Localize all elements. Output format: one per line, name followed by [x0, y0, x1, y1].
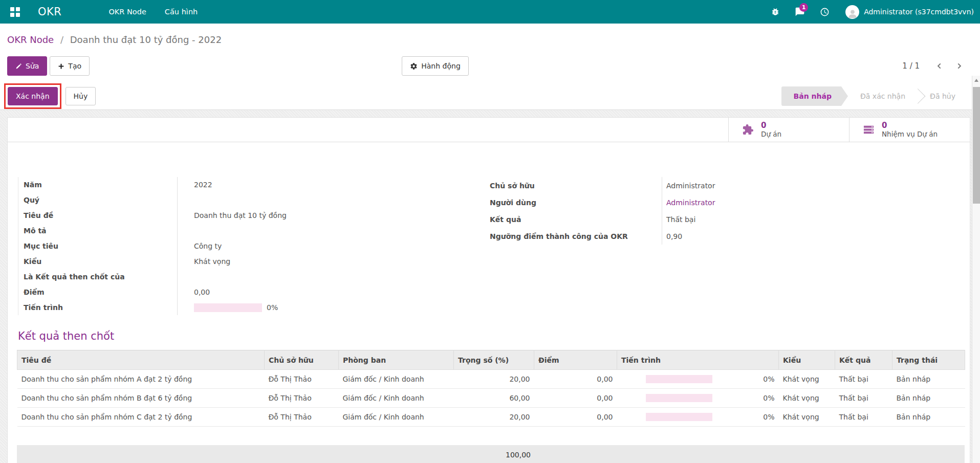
- col-tieu-de[interactable]: Tiêu đề: [17, 350, 265, 370]
- col-chu-so-huu[interactable]: Chủ sở hữu: [265, 350, 339, 370]
- top-navbar: OKR OKR Node Cấu hình 1 Administrator (s…: [0, 0, 980, 24]
- progress-text: 0%: [763, 394, 774, 402]
- key-results-table: Tiêu đề Chủ sở hữu Phòng ban Trọng số (%…: [17, 350, 965, 427]
- field-row-kieu: Kiểu Khát vọng: [24, 254, 468, 269]
- progress-text: 0%: [267, 303, 278, 312]
- scrollbar-up-arrow-icon[interactable]: [972, 76, 980, 85]
- tasks-icon: [863, 124, 875, 136]
- pager-counter[interactable]: 1 / 1: [902, 61, 920, 71]
- progress-text: 0%: [763, 375, 774, 383]
- user-avatar: [845, 5, 859, 19]
- progress-bar: [646, 375, 712, 383]
- stat-label: Dự án: [761, 130, 781, 139]
- col-trong-so[interactable]: Trọng số (%): [454, 350, 534, 370]
- user-menu[interactable]: Administrator (s37cmdbt3vvn): [845, 5, 974, 19]
- progress-bar: [646, 394, 712, 402]
- field-value: Công ty: [177, 238, 468, 254]
- cell-result: Thất bại: [835, 408, 892, 427]
- puzzle-icon: [742, 124, 754, 136]
- field-row-ket-qua: Kết quả Thất bại: [490, 211, 962, 228]
- step-da-huy[interactable]: Đã hủy: [918, 86, 968, 106]
- user-name: Administrator (s37cmdbt3vvn): [864, 8, 974, 16]
- field-label: Người dùng: [490, 199, 662, 207]
- field-row-diem: Điểm 0,00: [24, 284, 468, 300]
- message-count-badge: 1: [799, 3, 808, 12]
- field-label: Ngưỡng điểm thành công của OKR: [490, 232, 662, 240]
- field-value: 0%: [177, 300, 468, 315]
- field-value: Administrator: [662, 177, 962, 194]
- cell-result: Thất bại: [835, 389, 892, 408]
- scrollbar-thumb[interactable]: [973, 87, 980, 204]
- field-value: Khát vọng: [177, 254, 468, 269]
- cancel-button[interactable]: Hủy: [66, 87, 96, 105]
- pencil-icon: [15, 63, 22, 70]
- cell-score: 0,00: [534, 408, 617, 427]
- col-tien-trinh[interactable]: Tiến trình: [617, 350, 779, 370]
- field-row-nguong-diem: Ngưỡng điểm thành công của OKR 0,90: [490, 228, 962, 245]
- section-title: Kết quả then chốt: [18, 328, 970, 344]
- pager-next-icon[interactable]: [952, 60, 966, 72]
- progress-bar: [646, 413, 712, 421]
- cell-weight: 20,00: [454, 408, 534, 427]
- field-row-muc-tieu: Mục tiêu Công ty: [24, 238, 468, 254]
- field-value: 0,00: [177, 284, 468, 300]
- confirm-button[interactable]: Xác nhận: [8, 87, 58, 105]
- field-row-chu-so-huu: Chủ sở hữu Administrator: [490, 177, 962, 194]
- debug-bug-icon[interactable]: [767, 0, 784, 24]
- breadcrumb-parent-link[interactable]: OKR Node: [7, 34, 54, 45]
- field-row-mo-ta: Mô tả: [24, 223, 468, 238]
- col-ket-qua[interactable]: Kết quả: [835, 350, 892, 370]
- field-row-nguoi-dung: Người dùng Administrator: [490, 194, 962, 211]
- cell-title: Doanh thu cho sản phẩm nhóm C đạt 2 tỷ đ…: [17, 408, 265, 427]
- menu-okr-node[interactable]: OKR Node: [101, 0, 153, 24]
- stat-button-project-tasks[interactable]: 0 Nhiệm vụ Dự án: [849, 118, 970, 142]
- field-label: Kết quả: [490, 215, 662, 224]
- form-fields: Năm 2022 Quý Tiêu đề Doanh thu đạt 10 tỷ…: [8, 142, 970, 315]
- field-label: Kiểu: [24, 257, 177, 266]
- field-row-tieu-de: Tiêu đề Doanh thu đạt 10 tỷ đồng: [24, 208, 468, 223]
- table-header-row: Tiêu đề Chủ sở hữu Phòng ban Trọng số (%…: [17, 350, 965, 370]
- menu-cau-hinh[interactable]: Cấu hình: [158, 0, 205, 24]
- field-row-nam: Năm 2022: [24, 177, 468, 192]
- field-row-la-ket-qua: Là Kết quả then chốt của: [24, 269, 468, 284]
- table-row[interactable]: Doanh thu cho sản phẩm nhóm A đạt 2 tỷ đ…: [17, 370, 965, 389]
- activities-clock-icon[interactable]: [816, 0, 833, 24]
- table-row[interactable]: Doanh thu cho sản phẩm nhóm C đạt 2 tỷ đ…: [17, 408, 965, 427]
- field-value: Doanh thu đạt 10 tỷ đồng: [177, 208, 468, 223]
- col-phong-ban[interactable]: Phòng ban: [339, 350, 454, 370]
- table-row[interactable]: Doanh thu cho sản phẩm nhóm B đạt 6 tỷ đ…: [17, 389, 965, 408]
- col-diem[interactable]: Điểm: [534, 350, 617, 370]
- cell-score: 0,00: [534, 370, 617, 389]
- field-label: Tiêu đề: [24, 211, 177, 219]
- cell-type: Khát vọng: [779, 370, 835, 389]
- apps-menu-icon[interactable]: [5, 0, 25, 24]
- col-kieu[interactable]: Kiểu: [779, 350, 835, 370]
- app-brand[interactable]: OKR: [38, 6, 61, 18]
- vertical-scrollbar[interactable]: [972, 76, 980, 463]
- edit-button[interactable]: Sửa: [7, 56, 47, 76]
- create-button[interactable]: Tạo: [50, 56, 90, 76]
- cell-owner: Đỗ Thị Thảo: [265, 370, 339, 389]
- field-row-tien-trinh: Tiến trình 0%: [24, 300, 468, 315]
- step-ban-nhap[interactable]: Bản nháp: [781, 86, 848, 106]
- cell-status: Bản nháp: [892, 408, 965, 427]
- gear-icon: [410, 62, 418, 70]
- field-value: 2022: [177, 177, 468, 192]
- pager-previous-icon[interactable]: [933, 60, 946, 72]
- cell-type: Khát vọng: [779, 389, 835, 408]
- cell-department: Giám đốc / Kinh doanh: [339, 408, 454, 427]
- action-menu-button[interactable]: Hành động: [402, 56, 469, 76]
- field-label: Mô tả: [24, 227, 177, 235]
- cell-department: Giám đốc / Kinh doanh: [339, 389, 454, 408]
- stat-button-projects[interactable]: 0 Dự án: [728, 118, 849, 142]
- field-value-link[interactable]: Administrator: [662, 194, 962, 211]
- top-menu: OKR Node Cấu hình: [101, 0, 205, 24]
- cell-score: 0,00: [534, 389, 617, 408]
- col-trang-thai[interactable]: Trạng thái: [892, 350, 965, 370]
- progress-text: 0%: [763, 413, 774, 421]
- messages-chat-icon[interactable]: 1: [791, 0, 809, 24]
- cell-status: Bản nháp: [892, 370, 965, 389]
- cell-title: Doanh thu cho sản phẩm nhóm B đạt 6 tỷ đ…: [17, 389, 265, 408]
- step-da-xac-nhan[interactable]: Đã xác nhận: [848, 86, 918, 106]
- field-value: [177, 269, 468, 284]
